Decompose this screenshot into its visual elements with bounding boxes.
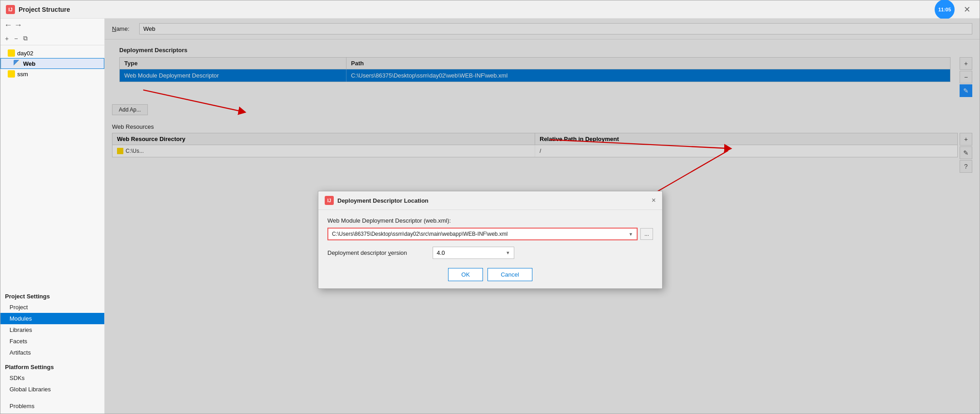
version-value: 4.0	[437, 249, 445, 256]
version-dropdown[interactable]: 4.0 ▼	[433, 247, 514, 259]
web-module-icon	[14, 60, 21, 67]
close-button[interactable]: ✕	[960, 3, 974, 16]
ok-button[interactable]: OK	[448, 268, 483, 281]
sidebar-item-modules[interactable]: Modules	[0, 313, 104, 324]
nav-forward-button[interactable]: →	[14, 20, 22, 30]
titlebar: IJ Project Structure 11:05 ✕	[0, 0, 980, 19]
sidebar-item-libraries[interactable]: Libraries	[0, 324, 104, 336]
app-icon: IJ	[6, 5, 15, 14]
modal-app-icon: IJ	[325, 196, 334, 205]
folder-icon	[8, 49, 15, 57]
add-module-button[interactable]: +	[3, 34, 10, 43]
modal-title: Deployment Descriptor Location	[337, 197, 652, 204]
sidebar-item-project[interactable]: Project	[0, 302, 104, 313]
project-settings-section: Project Settings Project Modules Librari…	[0, 287, 104, 358]
modal-path-dropdown[interactable]: C:\Users\86375\Desktop\ssm\day02\src\mai…	[327, 228, 638, 240]
right-panel: Name: Deployment Descriptors Type Path	[105, 19, 980, 414]
problems-section: Problems	[0, 395, 104, 414]
remove-module-button[interactable]: −	[12, 34, 20, 43]
modal-close-button[interactable]: ×	[652, 196, 656, 205]
tree-toolbar: + − ⧉	[0, 32, 104, 45]
sidebar-item-artifacts[interactable]: Artifacts	[0, 347, 104, 358]
window-title: Project Structure	[19, 6, 935, 13]
platform-settings-title: Platform Settings	[0, 358, 104, 372]
modal-body: Web Module Deployment Descriptor (web.xm…	[318, 210, 662, 288]
version-chevron-icon: ▼	[506, 250, 510, 255]
version-label: Deployment descriptor version	[327, 249, 427, 256]
sidebar-item-problems[interactable]: Problems	[5, 400, 100, 412]
content-area: ← → + − ⧉ day02 Web	[0, 19, 980, 414]
modal-overlay: IJ Deployment Descriptor Location × Web …	[105, 19, 980, 414]
dropdown-chevron-icon: ▼	[629, 232, 633, 237]
modal-titlebar: IJ Deployment Descriptor Location ×	[318, 191, 662, 210]
sidebar: ← → + − ⧉ day02 Web	[0, 19, 105, 414]
project-settings-title: Project Settings	[0, 287, 104, 302]
nav-arrows: ← →	[0, 19, 104, 32]
copy-module-button[interactable]: ⧉	[21, 34, 29, 43]
clock-badge: 11:05	[935, 0, 955, 19]
tree-item-web[interactable]: Web	[0, 58, 104, 69]
module-tree: day02 Web ssm	[0, 45, 104, 287]
browse-button[interactable]: ...	[640, 228, 653, 240]
modal-field-label: Web Module Deployment Descriptor (web.xm…	[327, 217, 653, 224]
deployment-descriptor-dialog: IJ Deployment Descriptor Location × Web …	[318, 191, 663, 289]
sidebar-item-facets[interactable]: Facets	[0, 336, 104, 347]
tree-item-day02[interactable]: day02	[0, 48, 104, 58]
modal-version-row: Deployment descriptor version 4.0 ▼	[327, 247, 653, 259]
tree-item-ssm[interactable]: ssm	[0, 69, 104, 79]
sidebar-item-global-libraries[interactable]: Global Libraries	[0, 384, 104, 395]
sidebar-item-sdks[interactable]: SDKs	[0, 372, 104, 384]
modal-buttons: OK Cancel	[327, 268, 653, 281]
platform-settings-section: Platform Settings SDKs Global Libraries	[0, 358, 104, 395]
folder-icon-ssm	[8, 70, 15, 78]
modal-path-value: C:\Users\86375\Desktop\ssm\day02\src\mai…	[332, 231, 507, 237]
main-window: IJ Project Structure 11:05 ✕ ← → + − ⧉	[0, 0, 980, 414]
nav-back-button[interactable]: ←	[4, 20, 12, 30]
modal-path-row: C:\Users\86375\Desktop\ssm\day02\src\mai…	[327, 228, 653, 240]
cancel-button[interactable]: Cancel	[488, 268, 532, 281]
